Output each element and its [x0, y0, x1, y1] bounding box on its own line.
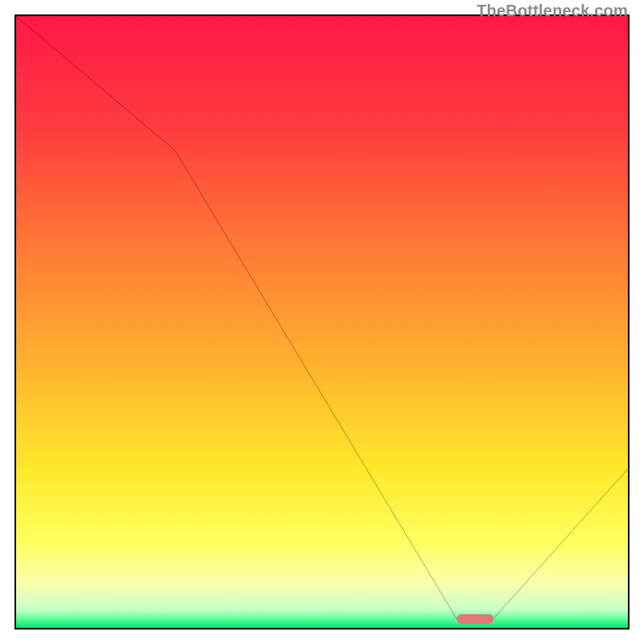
curve-path [16, 16, 628, 619]
plot-area [14, 14, 630, 630]
chart-container: TheBottleneck.com [0, 0, 644, 644]
watermark-text: TheBottleneck.com [477, 2, 628, 20]
bottleneck-curve [16, 16, 628, 628]
optimal-marker [456, 614, 493, 624]
